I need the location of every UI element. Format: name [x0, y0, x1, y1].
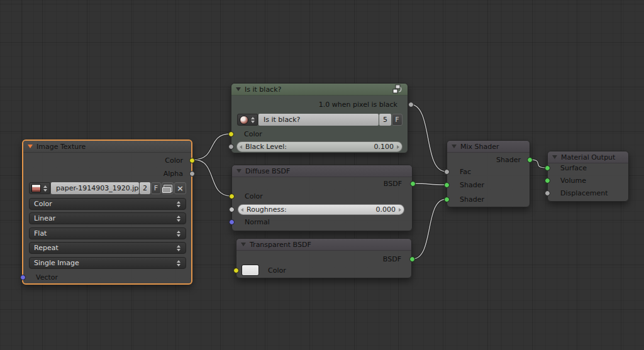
image-texture-vector-input-socket[interactable]	[20, 275, 26, 280]
chevron-updown-icon	[175, 245, 181, 251]
stepper-down-icon[interactable]	[43, 189, 47, 192]
output-label-result: 1.0 when pixel is black	[319, 101, 397, 109]
node-title: Material Output	[561, 151, 615, 163]
material-output-surface-input-socket[interactable]	[545, 165, 550, 171]
node-title: Is it black?	[245, 84, 281, 96]
group-name-field[interactable]: Is it black?	[258, 114, 379, 126]
node-title: Image Texture	[36, 141, 86, 153]
diffuse-bsdf-roughness-input-socket[interactable]	[229, 207, 235, 212]
input-label-volume: Volume	[560, 177, 586, 185]
fake-user-button[interactable]: F	[151, 182, 161, 194]
image-texture-header[interactable]: Image Texture	[23, 141, 191, 153]
collapse-arrow-icon[interactable]	[452, 145, 457, 148]
slider-left-arrow-icon[interactable]	[240, 145, 242, 149]
mix-shader-shader1-input-socket[interactable]	[444, 182, 450, 188]
material-sphere-icon	[240, 116, 248, 124]
diffuse-bsdf-header[interactable]: Diffuse BSDF	[232, 165, 412, 177]
interpolation-dropdown[interactable]: Linear	[29, 212, 186, 224]
users-count-button[interactable]: 5	[379, 114, 391, 126]
color-swatch[interactable]	[242, 265, 259, 276]
source-dropdown[interactable]: Single Image	[29, 257, 186, 269]
is-it-black-header[interactable]: Is it black?	[231, 84, 408, 96]
collapse-arrow-icon[interactable]	[236, 169, 242, 173]
node-image-texture[interactable]: Image Texture Color Alpha paper-1914903_…	[22, 139, 192, 285]
collapse-arrow-icon[interactable]	[552, 155, 557, 159]
input-label-surface: Surface	[560, 164, 587, 173]
slider-value: 0.100	[374, 143, 394, 151]
node-group-is-it-black[interactable]: Is it black? 1.0 when pixel is black Is …	[231, 83, 408, 153]
noodle-image-texture-color-to-diffuse-bsdf-color	[194, 160, 231, 196]
dropdown-value: Linear	[34, 214, 175, 222]
image-texture-alpha-output-socket[interactable]	[189, 171, 195, 177]
node-title: Diffuse BSDF	[245, 165, 290, 177]
projection-dropdown[interactable]: Flat	[29, 227, 186, 239]
slider-right-arrow-icon[interactable]	[399, 208, 401, 212]
image-browse-button[interactable]	[29, 182, 50, 194]
input-label-vector: Vector	[36, 273, 58, 282]
open-image-button[interactable]	[162, 182, 174, 194]
collapse-arrow-icon[interactable]	[241, 243, 246, 246]
mix-shader-fac-input-socket[interactable]	[444, 169, 450, 175]
material-output-displacement-input-socket[interactable]	[545, 190, 550, 196]
noodle-is-it-black-result-to-mix-shader-fac	[410, 104, 446, 172]
transparent-bsdf-color-input-socket[interactable]	[233, 268, 239, 273]
mix-shader-shader2-input-socket[interactable]	[444, 197, 450, 202]
stepper-up-icon[interactable]	[251, 117, 255, 119]
black-level-slider[interactable]: Black Level: 0.100	[236, 141, 402, 152]
slider-value: 0.000	[376, 205, 396, 214]
users-count-button[interactable]: 2	[140, 182, 150, 194]
slider-right-arrow-icon[interactable]	[397, 145, 399, 149]
input-label-displacement: Displacement	[560, 189, 608, 198]
input-label-fac: Fac	[460, 168, 471, 177]
output-label-color: Color	[165, 156, 183, 165]
mix-shader-header[interactable]: Mix Shader	[447, 141, 530, 153]
collapse-arrow-icon[interactable]	[28, 145, 33, 148]
image-name-field[interactable]: paper-1914903_1920.jpg	[51, 182, 139, 194]
slider-left-arrow-icon[interactable]	[241, 208, 243, 212]
node-transparent-bsdf[interactable]: Transparent BSDF BSDF Color	[236, 238, 412, 278]
dropdown-value: Color	[34, 200, 175, 208]
output-label-bsdf: BSDF	[383, 255, 401, 264]
node-group-icon	[392, 84, 403, 94]
noodle-transparent-bsdf-bsdf-to-mix-shader-shader2	[413, 199, 446, 259]
datablock-stepper[interactable]	[42, 185, 48, 192]
collapse-arrow-icon[interactable]	[236, 87, 241, 91]
mix-shader-output-socket[interactable]	[527, 157, 533, 163]
dropdown-value: Single Image	[34, 259, 175, 267]
diffuse-bsdf-normal-input-socket[interactable]	[229, 219, 235, 225]
is-it-black-color-input-socket[interactable]	[228, 131, 234, 137]
unlink-image-button[interactable]: ×	[174, 182, 186, 194]
input-label-color: Color	[245, 192, 263, 201]
open-file-icon	[164, 185, 172, 192]
noodle-image-texture-color-to-is-it-black-color	[194, 134, 230, 160]
is-it-black-result-output-socket[interactable]	[408, 102, 414, 107]
datablock-stepper[interactable]	[250, 117, 255, 123]
chevron-updown-icon	[175, 201, 181, 207]
slider-label: Roughness:	[247, 205, 287, 214]
node-editor-canvas[interactable]: Image Texture Color Alpha paper-1914903_…	[0, 0, 644, 350]
chevron-updown-icon	[175, 231, 181, 237]
material-output-header[interactable]: Material Output	[548, 151, 628, 163]
stepper-down-icon[interactable]	[251, 121, 255, 123]
extension-dropdown[interactable]: Repeat	[29, 242, 186, 254]
diffuse-bsdf-output-socket[interactable]	[410, 181, 416, 187]
material-output-volume-input-socket[interactable]	[545, 178, 550, 183]
image-texture-color-output-socket[interactable]	[189, 158, 195, 163]
diffuse-bsdf-color-input-socket[interactable]	[229, 194, 235, 199]
node-diffuse-bsdf[interactable]: Diffuse BSDF BSDF Color Roughness: 0.000…	[231, 165, 413, 231]
node-material-output[interactable]: Material Output Surface Volume Displacem…	[547, 151, 629, 202]
transparent-bsdf-output-socket[interactable]	[409, 256, 415, 262]
node-mix-shader[interactable]: Mix Shader Shader Fac Shader Shader	[447, 140, 530, 207]
slider-label: Black Level:	[245, 143, 287, 151]
color-space-dropdown[interactable]: Color	[29, 198, 186, 210]
transparent-bsdf-header[interactable]: Transparent BSDF	[236, 239, 411, 251]
input-label-shader1: Shader	[460, 181, 484, 190]
input-label-shader2: Shader	[460, 195, 484, 204]
input-label-normal: Normal	[245, 218, 270, 227]
is-it-black-blacklevel-input-socket[interactable]	[228, 144, 234, 150]
fake-user-button[interactable]: F	[392, 114, 402, 126]
roughness-slider[interactable]: Roughness: 0.000	[238, 204, 404, 215]
group-browse-button[interactable]	[237, 114, 258, 126]
chevron-updown-icon	[175, 260, 181, 266]
stepper-up-icon[interactable]	[43, 185, 47, 188]
